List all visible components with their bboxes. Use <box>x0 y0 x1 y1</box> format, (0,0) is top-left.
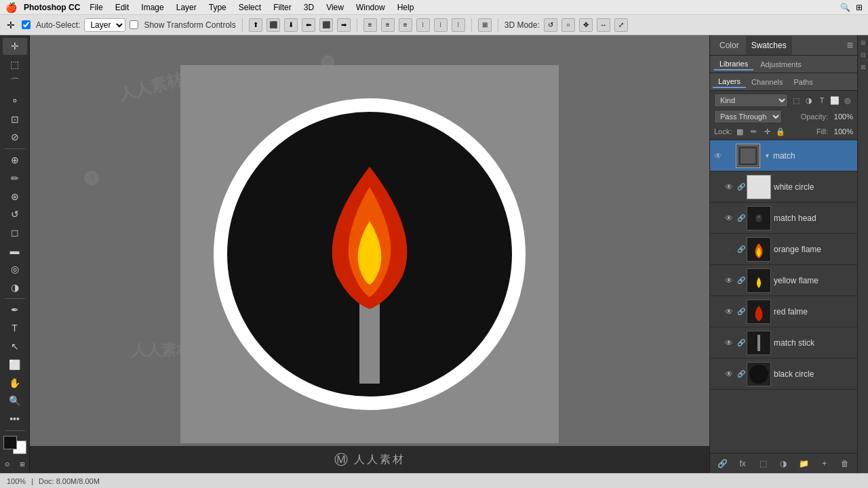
3d-scale[interactable]: ⤢ <box>614 18 628 32</box>
align-left-edges[interactable]: ⬅ <box>302 18 315 32</box>
kind-select[interactable]: Kind <box>714 94 788 107</box>
show-transform-checkbox[interactable] <box>130 20 138 29</box>
strip-icon-2[interactable]: ⊟ <box>859 50 868 60</box>
text-tool[interactable]: T <box>3 320 27 337</box>
align-vertical-centers[interactable]: ⬛ <box>267 18 280 32</box>
3d-rotate[interactable]: ↺ <box>544 18 557 32</box>
spot-heal-tool[interactable]: ⊕ <box>3 152 27 169</box>
foreground-color-swatch[interactable] <box>3 436 17 449</box>
shape-tool[interactable]: ⬜ <box>3 356 27 373</box>
visibility-white-circle[interactable]: 👁 <box>724 182 734 192</box>
menu-image[interactable]: Image <box>136 0 169 15</box>
blend-mode-select[interactable]: Pass Through <box>714 110 782 123</box>
filter-pixel-icon[interactable]: ⬚ <box>791 95 802 106</box>
menu-type[interactable]: Type <box>203 0 232 15</box>
visibility-orange-flame[interactable]: 👁 <box>724 244 734 255</box>
align-right-edges[interactable]: ➡ <box>337 18 351 32</box>
tab-layers[interactable]: Layers <box>713 76 746 88</box>
visibility-red-flame[interactable]: 👁 <box>724 306 734 317</box>
strip-icon-3[interactable]: ⊠ <box>859 62 868 72</box>
visibility-match-stick[interactable]: 👁 <box>724 338 734 348</box>
hand-tool[interactable]: ✋ <box>3 374 27 391</box>
layer-item-white-circle[interactable]: 👁 🔗 white circle <box>710 171 857 203</box>
lasso-tool[interactable]: ⌒ <box>3 75 27 92</box>
tab-libraries[interactable]: Libraries <box>714 58 753 70</box>
layer-item-match-head[interactable]: 👁 🔗 match head <box>710 203 857 234</box>
menu-filter[interactable]: Filter <box>268 0 297 15</box>
auto-align[interactable]: ⊞ <box>478 18 492 32</box>
tab-adjustments[interactable]: Adjustments <box>755 59 807 70</box>
tab-paths[interactable]: Paths <box>789 77 818 87</box>
visibility-match-head[interactable]: 👁 <box>724 213 734 224</box>
quick-selection-tool[interactable]: ⚬ <box>3 92 27 109</box>
distribute-bottom[interactable]: ≡ <box>399 18 412 32</box>
align-horizontal-centers[interactable]: ⬛ <box>319 18 333 32</box>
filter-smart-icon[interactable]: ◎ <box>842 95 853 106</box>
blur-tool[interactable]: ◎ <box>3 260 27 277</box>
zoom-tool[interactable]: 🔍 <box>3 392 27 409</box>
color-swatches[interactable] <box>3 436 26 454</box>
move-tool-icon[interactable]: ✛ <box>4 18 18 32</box>
layer-item-match-group[interactable]: 👁 ▼ match <box>710 140 857 171</box>
history-brush[interactable]: ↺ <box>3 206 27 223</box>
lock-position-icon[interactable]: ✛ <box>762 126 772 137</box>
menu-file[interactable]: File <box>84 0 108 15</box>
layer-item-yellow-flame[interactable]: 👁 🔗 yellow flame <box>710 265 857 296</box>
distribute-horizontal[interactable]: ⁝ <box>434 18 448 32</box>
lock-transparent-icon[interactable]: ▩ <box>734 126 745 137</box>
delete-layer-icon[interactable]: 🗑 <box>838 457 852 470</box>
quick-mask[interactable]: ⊙ <box>1 458 14 470</box>
3d-pan[interactable]: ✥ <box>579 18 593 32</box>
lock-all-icon[interactable]: 🔒 <box>775 126 786 137</box>
add-style-icon[interactable]: fx <box>736 457 749 470</box>
distribute-vertical[interactable]: ≡ <box>381 18 395 32</box>
filter-type-icon[interactable]: T <box>816 95 827 106</box>
stamp-tool[interactable]: ⊛ <box>3 188 27 205</box>
search-icon[interactable]: 🔍 <box>840 3 850 12</box>
brush-tool[interactable]: ✏ <box>3 169 27 186</box>
fill-value[interactable]: 100% <box>829 127 853 136</box>
menu-3d[interactable]: 3D <box>298 0 319 15</box>
apple-menu[interactable]: 🍎 <box>5 2 17 13</box>
menu-layer[interactable]: Layer <box>171 0 202 15</box>
eyedropper-tool[interactable]: ⊘ <box>3 129 27 146</box>
tab-color[interactable]: Color <box>714 36 745 55</box>
grid-icon[interactable]: ⊞ <box>856 3 863 12</box>
pen-tool[interactable]: ✒ <box>3 302 27 319</box>
menu-window[interactable]: Window <box>351 0 391 15</box>
menu-help[interactable]: Help <box>392 0 420 15</box>
layer-item-black-circle[interactable]: 👁 🔗 black circle <box>710 359 857 390</box>
distribute-left[interactable]: ⁝ <box>416 18 430 32</box>
crop-tool[interactable]: ⊡ <box>3 110 27 127</box>
marquee-tool[interactable]: ⬚ <box>3 56 27 73</box>
visibility-black-circle[interactable]: 👁 <box>724 369 734 380</box>
align-bottom-edges[interactable]: ⬇ <box>284 18 298 32</box>
distribute-top[interactable]: ≡ <box>363 18 377 32</box>
dodge-tool[interactable]: ◑ <box>3 279 27 296</box>
panel-menu-icon[interactable]: ≡ <box>847 39 853 52</box>
3d-roll[interactable]: ○ <box>561 18 575 32</box>
strip-icon-1[interactable]: ⊞ <box>859 38 868 47</box>
gradient-tool[interactable]: ▬ <box>3 243 27 260</box>
visibility-match-group[interactable]: 👁 <box>713 150 724 161</box>
auto-select-checkbox[interactable] <box>22 20 31 29</box>
menu-edit[interactable]: Edit <box>110 0 135 15</box>
new-group-icon[interactable]: 📁 <box>797 457 811 470</box>
opacity-value[interactable]: 100% <box>829 113 853 121</box>
layer-item-match-stick[interactable]: 👁 🔗 match stick <box>710 327 857 359</box>
new-adjustment-icon[interactable]: ◑ <box>776 457 790 470</box>
eraser-tool[interactable]: ◻ <box>3 224 27 241</box>
new-layer-icon[interactable]: + <box>818 457 831 470</box>
path-select-tool[interactable]: ↖ <box>3 338 27 355</box>
layer-item-red-flame[interactable]: 👁 🔗 red falme <box>710 296 857 327</box>
tab-channels[interactable]: Channels <box>746 77 788 87</box>
filter-shape-icon[interactable]: ⬜ <box>829 95 840 106</box>
tab-swatches[interactable]: Swatches <box>746 36 792 55</box>
3d-slide[interactable]: ↔ <box>597 18 610 32</box>
distribute-right[interactable]: ⁝ <box>452 18 465 32</box>
lock-pixels-icon[interactable]: ✏ <box>748 126 759 137</box>
more-tools[interactable]: ••• <box>3 411 27 428</box>
visibility-yellow-flame[interactable]: 👁 <box>724 275 734 286</box>
filter-adjustment-icon[interactable]: ◑ <box>804 95 814 106</box>
link-layers-icon[interactable]: 🔗 <box>715 457 729 470</box>
